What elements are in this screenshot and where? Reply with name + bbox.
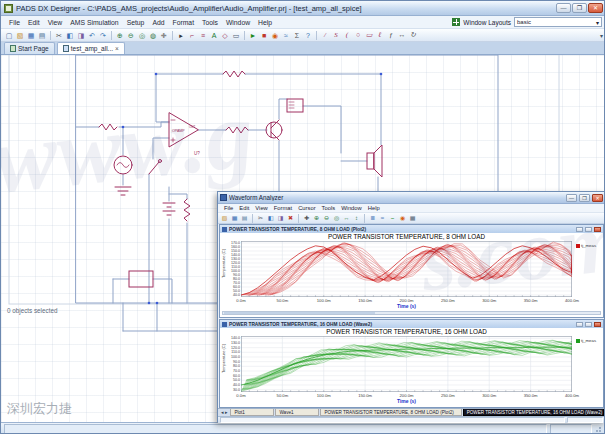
pan-icon[interactable]: ✚ (159, 30, 169, 41)
paste-icon[interactable]: ◨ (276, 214, 285, 223)
menu-format[interactable]: Format (169, 18, 199, 27)
draw-curve-icon[interactable]: S (331, 30, 341, 41)
menu-view[interactable]: View (252, 205, 270, 211)
menu-tools[interactable]: Tools (319, 205, 339, 211)
menu-setup[interactable]: Setup (123, 18, 149, 27)
menu-edit[interactable]: Edit (236, 205, 252, 211)
chart-16ohm[interactable]: POWER TRANSISTOR TEMPERATURE, 16 OHM LOA… (220, 328, 603, 407)
wave-tab-1[interactable]: Wave1 (275, 409, 319, 416)
print-icon[interactable]: ▤ (240, 214, 249, 223)
menu-edit[interactable]: Edit (24, 18, 44, 27)
zoom-out-icon[interactable]: ⊖ (322, 214, 331, 223)
maximize-button[interactable]: ❐ (572, 3, 587, 13)
minimize-button[interactable]: — (556, 3, 571, 13)
save-icon[interactable]: ▦ (26, 30, 36, 41)
tab-schematic[interactable]: test_amp_all... × (57, 42, 125, 54)
properties-icon[interactable]: ▭ (231, 30, 241, 41)
zoom-full-icon[interactable]: ◎ (332, 214, 341, 223)
waveform-icon[interactable]: ≈ (281, 30, 291, 41)
tab-start-page[interactable]: Start Page (4, 42, 55, 54)
rotate-icon[interactable]: ↻ (408, 30, 418, 41)
toolbar-overflow-icon[interactable]: ▾ (600, 32, 603, 39)
netlist-icon[interactable]: Σ (292, 30, 302, 41)
probe-icon[interactable]: ◉ (270, 30, 280, 41)
help-icon[interactable]: ? (303, 30, 313, 41)
wave-tab-0[interactable]: Plot1 (230, 409, 274, 416)
select-icon[interactable]: ▸ (176, 30, 186, 41)
grid-icon[interactable]: ▦ (408, 214, 417, 223)
window-layouts-select[interactable]: basic ▾ (514, 17, 602, 27)
zoom-out-icon[interactable]: ⊖ (126, 30, 136, 41)
zoom-fit-icon[interactable]: ◎ (137, 30, 147, 41)
menu-window[interactable]: Window (222, 18, 254, 27)
plot8-close-button[interactable] (594, 227, 601, 232)
plot8-title-bar[interactable]: POWER TRANSISTOR TEMPERATURE, 8 OHM LOAD… (220, 225, 603, 233)
plot8-maximize-button[interactable] (585, 227, 592, 232)
zoom-y-icon[interactable]: ↕ (352, 214, 361, 223)
draw-line-icon[interactable]: / (320, 30, 330, 41)
wave-tab-2[interactable]: POWER TRANSISTOR TEMPERATURE, 8 OHM LOAD… (320, 409, 461, 416)
wave-close-button[interactable]: ✕ (592, 194, 603, 202)
menu-help[interactable]: Help (365, 205, 383, 211)
simulate-run-icon[interactable]: ► (248, 30, 258, 41)
copy-icon[interactable]: ◧ (65, 30, 75, 41)
add-text-icon[interactable]: A (209, 30, 219, 41)
save-icon[interactable]: ▦ (230, 214, 239, 223)
new-icon[interactable]: ▢ (4, 30, 14, 41)
draw-polyline-icon[interactable]: ℓ (375, 30, 385, 41)
plot16-minimize-button[interactable] (576, 322, 583, 327)
wave-tab-3[interactable]: POWER TRANSISTOR TEMPERATURE, 16 OHM LOA… (463, 409, 604, 416)
menu-tools[interactable]: Tools (198, 18, 222, 27)
close-button[interactable]: ✕ (588, 3, 603, 13)
add-wire-icon[interactable]: ⌐ (187, 30, 197, 41)
chart-8ohm[interactable]: POWER TRANSISTOR TEMPERATURE, 8 OHM LOAD… (220, 233, 603, 317)
zoom-x-icon[interactable]: ↔ (342, 214, 351, 223)
plot16-maximize-button[interactable] (585, 322, 592, 327)
add-symbol-icon[interactable]: ◇ (220, 30, 230, 41)
simulate-stop-icon[interactable]: ■ (259, 30, 269, 41)
menu-add[interactable]: Add (148, 18, 168, 27)
cut-icon[interactable]: ✂ (54, 30, 64, 41)
measure-icon[interactable]: ◉ (398, 214, 407, 223)
wave-title-bar[interactable]: Waveform Analyzer — ❐ ✕ (218, 192, 605, 204)
overlay-waves-icon[interactable]: ≈ (378, 214, 387, 223)
zoom-in-icon[interactable]: ⊕ (312, 214, 321, 223)
stack-waves-icon[interactable]: ≣ (368, 214, 377, 223)
redo-icon[interactable]: ↷ (98, 30, 108, 41)
paste-icon[interactable]: ◨ (76, 30, 86, 41)
zoom-in-icon[interactable]: ⊕ (115, 30, 125, 41)
tab-close-icon[interactable]: × (115, 45, 119, 52)
copy-icon[interactable]: ◧ (266, 214, 275, 223)
menu-file[interactable]: File (5, 18, 24, 27)
wave-minimize-button[interactable]: — (566, 194, 577, 202)
plot16-title-bar[interactable]: POWER TRANSISTOR TEMPERATURE, 16 OHM LOA… (220, 320, 603, 328)
open-icon[interactable]: ▧ (15, 30, 25, 41)
menu-view[interactable]: View (44, 18, 67, 27)
menu-format[interactable]: Format (271, 205, 295, 211)
chart-16ohm-plot-area[interactable] (241, 336, 572, 392)
menu-cursor[interactable]: Cursor (295, 205, 318, 211)
cursor-icon[interactable]: ✚ (302, 214, 311, 223)
undo-icon[interactable]: ↶ (87, 30, 97, 41)
draw-rect-icon[interactable]: ▭ (364, 30, 374, 41)
chart-8ohm-plot-area[interactable] (241, 241, 572, 297)
menu-ams-simulation[interactable]: AMS Simulation (66, 18, 122, 27)
wave-maximize-button[interactable]: ❐ (579, 194, 590, 202)
new-wave-icon[interactable]: ~ (388, 214, 397, 223)
menu-help[interactable]: Help (254, 18, 276, 27)
resize-grip[interactable] (595, 425, 603, 433)
cut-icon[interactable]: ✂ (256, 214, 265, 223)
draw-text-icon[interactable]: ƒ (386, 30, 396, 41)
print-icon[interactable]: ▤ (37, 30, 47, 41)
zoom-area-icon[interactable]: ◍ (148, 30, 158, 41)
tab-scroll-arrows-icon[interactable]: ◂ ▸ (219, 409, 229, 416)
plot8-minimize-button[interactable] (576, 227, 583, 232)
delete-icon[interactable]: ✖ (286, 214, 295, 223)
menu-file[interactable]: File (221, 205, 236, 211)
plot16-close-button[interactable] (594, 322, 601, 327)
title-bar[interactable]: PADS DX Designer - C:\PADS_AMS_projects\… (1, 1, 605, 16)
plot8-hscrollbar[interactable] (222, 311, 601, 315)
open-icon[interactable]: ▧ (220, 214, 229, 223)
menu-window[interactable]: Window (338, 205, 365, 211)
draw-circle-icon[interactable]: ○ (353, 30, 363, 41)
